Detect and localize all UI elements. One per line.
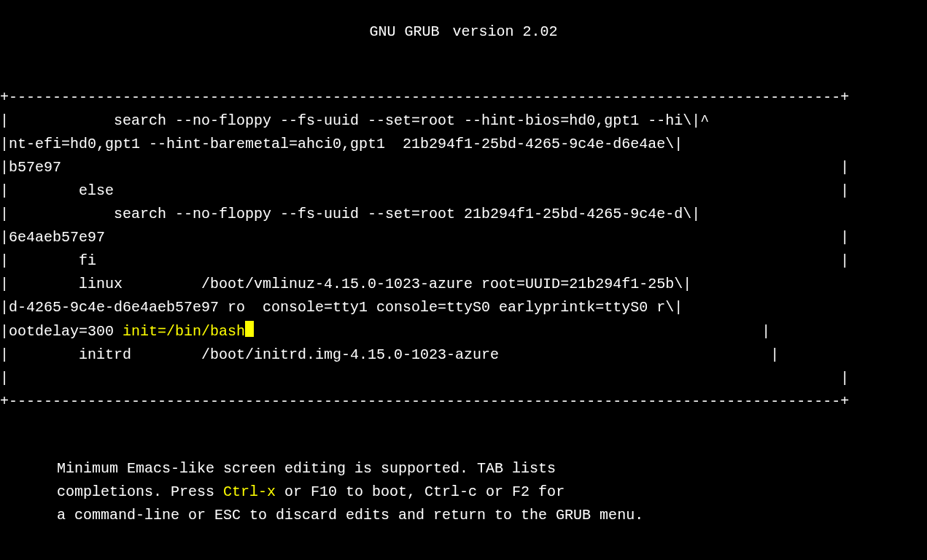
editor-line: |b57e97 | <box>0 159 849 176</box>
page-title: GNU GRUBversion 2.02 <box>0 20 927 44</box>
editor-line: |nt-efi=hd0,gpt1 --hint-baremetal=ahci0,… <box>0 136 683 152</box>
editor-line: | fi | <box>0 252 849 269</box>
border-top: +---------------------------------------… <box>0 89 849 106</box>
grub-editor-box[interactable]: +---------------------------------------… <box>0 63 927 413</box>
editor-line: | search --no-floppy --fs-uuid --set=roo… <box>0 206 700 222</box>
editor-line: | linux /boot/vmlinuz-4.15.0-1023-azure … <box>0 276 691 292</box>
help-line: or F10 to boot, Ctrl-c or F2 for <box>276 483 565 500</box>
editor-line: | search --no-floppy --fs-uuid --set=roo… <box>0 112 700 129</box>
text-cursor <box>245 321 254 337</box>
help-line: a command-line or ESC to discard edits a… <box>57 507 643 524</box>
editor-line: | initrd /boot/initrd.img-4.15.0-1023-az… <box>0 346 779 363</box>
editor-line: |6e4aeb57e97 | <box>0 229 849 246</box>
edited-text: init=/bin/bash <box>123 323 245 340</box>
title-left: GNU GRUB <box>369 23 439 40</box>
help-line: Minimum Emacs-like screen editing is sup… <box>57 460 556 477</box>
editor-line: | else | <box>0 182 849 199</box>
help-line: completions. Press <box>57 483 223 500</box>
help-footer: Minimum Emacs-like screen editing is sup… <box>0 434 927 527</box>
border-bottom: +---------------------------------------… <box>0 393 849 410</box>
editor-line: | | <box>0 370 849 386</box>
help-hotkey: Ctrl-x <box>223 483 276 500</box>
title-right: version 2.02 <box>452 23 557 40</box>
editor-line: | <box>254 323 770 340</box>
scroll-up-indicator: ^ <box>700 112 709 129</box>
editor-line: |d-4265-9c4e-d6e4aeb57e97 ro console=tty… <box>0 299 683 316</box>
editor-line: |ootdelay=300 <box>0 323 123 340</box>
